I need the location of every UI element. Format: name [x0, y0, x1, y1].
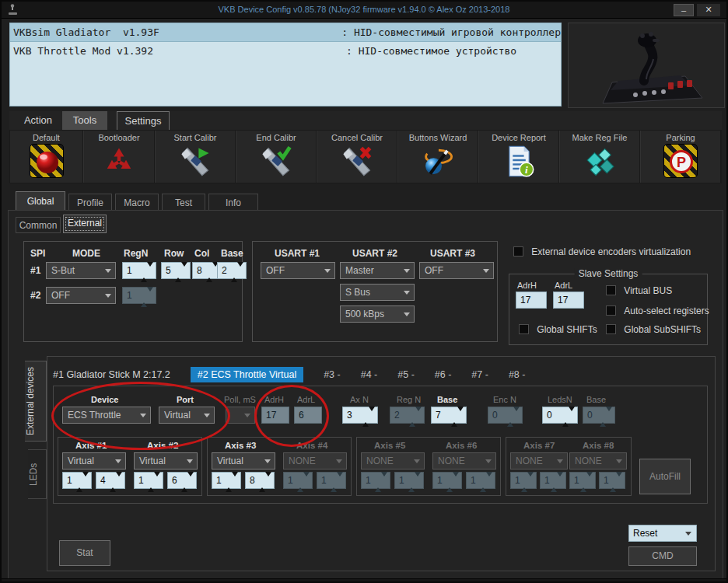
start-calibr-button[interactable]: Start Calibr: [155, 131, 236, 183]
spinner-arrows-icon[interactable]: [175, 264, 187, 280]
spi1-base-stepper[interactable]: 2: [217, 262, 247, 279]
spinner-arrows-icon[interactable]: [451, 409, 464, 424]
minimize-button[interactable]: –: [674, 4, 694, 16]
spinner-arrows-icon[interactable]: [259, 474, 271, 490]
spinner-arrows-icon[interactable]: [141, 264, 153, 280]
device-desc: : HID-совместимое устройство: [346, 42, 516, 61]
make-reg-file-button[interactable]: Make Reg File: [559, 131, 640, 183]
hazard-red-ball-icon: [30, 144, 64, 178]
encoders-virtualization-checkbox[interactable]: [513, 246, 523, 257]
spinner-arrows-icon: [610, 474, 622, 490]
device-tab-2-active[interactable]: #2 ECS Throttle Virtual: [191, 367, 303, 382]
cancel-calibr-button[interactable]: Cancel Calibr: [317, 131, 397, 183]
menu-settings[interactable]: Settings: [117, 111, 170, 130]
buttons-wizard-button[interactable]: Buttons Wizard: [397, 131, 478, 183]
axis2-v2-stepper[interactable]: 6: [167, 472, 197, 489]
port-select[interactable]: Virtual: [159, 407, 215, 424]
device-info-row[interactable]: VKBsim Gladiator v1.93F : HID-совместимы…: [10, 23, 561, 42]
spinner-arrows-icon[interactable]: [76, 474, 89, 490]
window-bottom-edge: [2, 578, 726, 581]
parking-button[interactable]: Parking P: [640, 131, 721, 183]
axis1-v2-stepper[interactable]: 4: [96, 472, 125, 489]
spinner-arrows-icon[interactable]: [148, 474, 160, 490]
side-tab-external-devices[interactable]: External devices: [25, 361, 47, 442]
axis3-mode-select[interactable]: Virtual: [212, 452, 275, 470]
axis3-v2-stepper[interactable]: 8: [245, 472, 275, 489]
global-shifts-checkbox[interactable]: [519, 324, 529, 334]
tab-test[interactable]: Test: [162, 194, 205, 211]
device-select[interactable]: ECS Throttle: [62, 407, 151, 424]
stat-button[interactable]: Stat: [59, 540, 110, 566]
chevron-down-icon: [483, 269, 489, 273]
axn-stepper[interactable]: 3: [342, 407, 378, 424]
usart3-select[interactable]: OFF: [419, 262, 494, 279]
chevron-down-icon: [105, 294, 111, 298]
spinner-arrows-icon[interactable]: [231, 264, 243, 280]
device-tab-5[interactable]: #5 -: [397, 369, 415, 380]
slave-adrl-field[interactable]: 17: [553, 292, 584, 309]
tab-info[interactable]: Info: [208, 194, 258, 211]
tab-macro[interactable]: Macro: [115, 194, 159, 211]
axis3-v1-stepper[interactable]: 1: [212, 472, 241, 489]
axis1-label: Axis #1: [75, 441, 107, 450]
virtual-bus-checkbox[interactable]: [606, 285, 616, 295]
spi2-mode-select[interactable]: OFF: [46, 287, 116, 304]
menu-tools[interactable]: Tools: [62, 111, 107, 130]
axis2-v1-stepper[interactable]: 1: [134, 472, 163, 489]
close-button[interactable]: ✕: [697, 4, 720, 16]
spinner-arrows-icon[interactable]: [226, 474, 238, 490]
device-tab-8[interactable]: #8 -: [509, 369, 526, 380]
device-info-row[interactable]: VKB Throttle Mod v1.392 : HID-совместимо…: [10, 42, 561, 61]
usart2-mode-select[interactable]: Master: [340, 262, 415, 279]
auto-select-registers-checkbox[interactable]: [606, 305, 616, 316]
side-tab-leds[interactable]: LEDs: [28, 449, 47, 499]
spi1-regn-stepper[interactable]: 1: [122, 262, 156, 279]
spi-header-base: Base: [221, 248, 243, 259]
ledsn-stepper[interactable]: 0: [542, 407, 578, 424]
slave-adrh-field[interactable]: 17: [516, 292, 547, 309]
usart2-baud-select[interactable]: 500 kBps: [340, 305, 415, 323]
usart2-protocol-select[interactable]: S Bus: [340, 284, 415, 301]
axis1-v1-stepper[interactable]: 1: [62, 472, 92, 489]
device-tab-1[interactable]: #1 Gladiator Stick M 2:17.2: [53, 369, 170, 380]
chevron-down-icon: [336, 459, 342, 463]
end-calibr-button[interactable]: End Calibr: [236, 131, 317, 183]
spinner-arrows-icon[interactable]: [562, 409, 575, 424]
spi1-mode-select[interactable]: S-But: [46, 262, 116, 279]
axis3-label: Axis #3: [225, 441, 256, 450]
menu-action[interactable]: Action: [16, 111, 61, 130]
spinner-arrows-icon: [446, 474, 459, 490]
adrh-label: AdrH: [264, 395, 284, 404]
device-label: Device: [91, 395, 118, 404]
tab-profile[interactable]: Profile: [68, 194, 112, 211]
device-tab-6[interactable]: #6 -: [435, 369, 452, 380]
spi1-row-stepper[interactable]: 5: [161, 262, 191, 279]
spinner-arrows-icon[interactable]: [110, 474, 122, 490]
reset-select[interactable]: Reset: [628, 525, 697, 542]
device-tab-7[interactable]: #7 -: [471, 369, 488, 380]
auto-select-registers-label: Auto-select registers: [624, 305, 709, 316]
usart1-select[interactable]: OFF: [261, 262, 335, 279]
chevron-down-icon: [485, 459, 492, 463]
caliper-check-icon: [259, 144, 293, 178]
tab-common[interactable]: Common: [16, 217, 61, 233]
device-tab-3[interactable]: #3 -: [324, 369, 341, 380]
tab-global[interactable]: Global: [16, 191, 65, 211]
base-stepper[interactable]: 7: [431, 407, 467, 424]
spinner-arrows-icon[interactable]: [181, 474, 194, 490]
spinner-arrows-icon[interactable]: [362, 409, 375, 424]
global-subshifts-label: Global SubSHIFTs: [624, 324, 701, 335]
default-button[interactable]: Default: [10, 131, 83, 183]
axis2-mode-select[interactable]: Virtual: [134, 452, 198, 470]
device-tab-4[interactable]: #4 -: [361, 369, 378, 380]
title-bar[interactable]: VKB Device Config v0.85.78 (NJoy32 firmw…: [2, 2, 726, 19]
caliper-play-icon: [178, 144, 212, 178]
device-report-button[interactable]: Device Report i: [478, 131, 559, 183]
tab-external[interactable]: External: [63, 215, 107, 233]
poll-label: Poll, mS: [224, 395, 256, 404]
cmd-button[interactable]: CMD: [628, 546, 697, 566]
global-subshifts-checkbox[interactable]: [606, 324, 616, 334]
axis8-v2-stepper: 1: [599, 472, 625, 489]
axis1-mode-select[interactable]: Virtual: [62, 452, 126, 470]
bootloader-button[interactable]: Bootloader: [83, 131, 155, 183]
